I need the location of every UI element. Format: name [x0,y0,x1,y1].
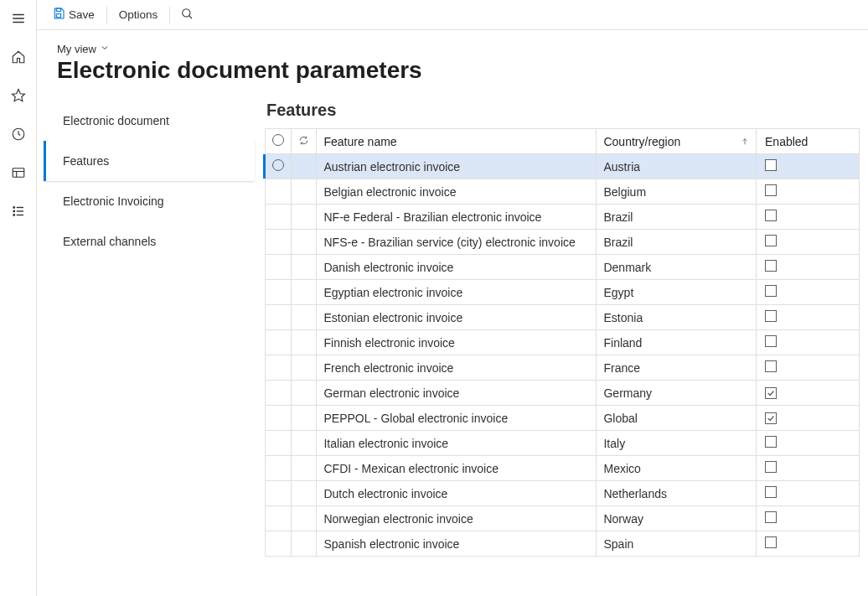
tab-external-channels[interactable]: External channels [44,221,255,262]
cell-feature-name[interactable]: German electronic invoice [317,381,597,406]
cell-feature-name[interactable]: Estonian electronic invoice [317,305,597,330]
cell-feature-name[interactable]: Dutch electronic invoice [317,481,597,506]
table-row[interactable]: NF-e Federal - Brazilian electronic invo… [266,205,860,230]
enabled-checkbox[interactable] [765,511,777,523]
row-select-cell[interactable] [266,154,292,179]
row-select-cell[interactable] [266,280,292,305]
cell-enabled[interactable] [757,481,860,506]
cell-feature-name[interactable]: CFDI - Mexican electronic invoice [317,456,597,481]
row-select-cell[interactable] [266,305,292,330]
cell-country-region[interactable]: Mexico [597,456,757,481]
cell-country-region[interactable]: Global [597,406,757,431]
cell-feature-name[interactable]: Italian electronic invoice [317,431,597,456]
cell-enabled[interactable] [757,255,860,280]
search-button[interactable] [175,3,199,26]
table-row[interactable]: Finnish electronic invoiceFinland [266,330,860,355]
row-select-cell[interactable] [266,230,292,255]
table-row[interactable]: French electronic invoiceFrance [266,355,860,381]
row-select-cell[interactable] [266,381,292,406]
table-row[interactable]: Austrian electronic invoiceAustria [266,154,860,179]
table-row[interactable]: Egyptian electronic invoiceEgypt [266,280,860,305]
recent-icon[interactable] [5,121,32,148]
table-row[interactable]: Danish electronic invoiceDenmark [266,255,860,280]
cell-feature-name[interactable]: Danish electronic invoice [317,255,597,280]
enabled-checkbox[interactable] [765,486,777,498]
cell-enabled[interactable] [757,355,860,381]
cell-enabled[interactable] [757,381,860,406]
table-row[interactable]: German electronic invoiceGermany [266,381,860,406]
col-feature-name[interactable]: Feature name [317,129,597,154]
cell-country-region[interactable]: Denmark [597,255,757,280]
cell-country-region[interactable]: Brazil [597,230,757,255]
cell-enabled[interactable] [757,431,860,456]
enabled-checkbox[interactable] [765,387,777,399]
cell-enabled[interactable] [757,205,860,230]
hamburger-icon[interactable] [5,5,32,32]
row-select-cell[interactable] [266,330,292,355]
enabled-checkbox[interactable] [765,412,777,424]
cell-country-region[interactable]: Spain [597,531,757,557]
star-icon[interactable] [5,82,32,109]
enabled-checkbox[interactable] [765,285,777,297]
cell-enabled[interactable] [757,330,860,355]
save-button[interactable]: Save [45,3,101,26]
enabled-checkbox[interactable] [765,260,777,272]
enabled-checkbox[interactable] [765,360,777,372]
table-row[interactable]: Italian electronic invoiceItaly [266,431,860,456]
tab-electronic-invoicing[interactable]: Electronic Invoicing [44,181,255,221]
cell-country-region[interactable]: Norway [597,506,757,531]
options-button[interactable]: Options [112,5,165,24]
row-select-cell[interactable] [266,456,292,481]
enabled-checkbox[interactable] [765,159,777,171]
table-row[interactable]: Belgian electronic invoiceBelgium [266,179,860,205]
row-select-cell[interactable] [266,179,292,205]
select-all-header[interactable] [266,129,292,154]
table-row[interactable]: Estonian electronic invoiceEstonia [266,305,860,330]
cell-country-region[interactable]: Belgium [597,179,757,205]
cell-feature-name[interactable]: NFS-e - Brazilian service (city) electro… [317,230,597,255]
enabled-checkbox[interactable] [765,536,777,548]
enabled-checkbox[interactable] [765,335,777,347]
view-selector[interactable]: My view [57,43,110,55]
table-row[interactable]: Spanish electronic invoiceSpain [266,531,860,557]
col-country-region[interactable]: Country/region [597,129,757,154]
workspaces-icon[interactable] [5,159,32,186]
table-row[interactable]: CFDI - Mexican electronic invoiceMexico [266,456,860,481]
cell-country-region[interactable]: Germany [597,381,757,406]
cell-feature-name[interactable]: Egyptian electronic invoice [317,280,597,305]
enabled-checkbox[interactable] [765,184,777,196]
row-select-cell[interactable] [266,255,292,280]
cell-enabled[interactable] [757,280,860,305]
cell-enabled[interactable] [757,506,860,531]
table-row[interactable]: NFS-e - Brazilian service (city) electro… [266,230,860,255]
row-select-cell[interactable] [266,205,292,230]
modules-icon[interactable] [5,198,32,225]
tab-electronic-document[interactable]: Electronic document [44,101,255,141]
enabled-checkbox[interactable] [765,436,777,448]
cell-enabled[interactable] [757,305,860,330]
col-enabled[interactable]: Enabled [757,129,860,154]
cell-country-region[interactable]: Egypt [597,280,757,305]
table-row[interactable]: Dutch electronic invoiceNetherlands [266,481,860,506]
row-select-cell[interactable] [266,406,292,431]
tab-features[interactable]: Features [44,141,255,181]
cell-enabled[interactable] [757,179,860,205]
cell-feature-name[interactable]: French electronic invoice [317,355,597,381]
cell-country-region[interactable]: Netherlands [597,481,757,506]
row-select-cell[interactable] [266,506,292,531]
cell-enabled[interactable] [757,406,860,431]
home-icon[interactable] [5,44,32,70]
cell-feature-name[interactable]: Spanish electronic invoice [317,531,597,557]
refresh-header[interactable] [291,129,317,154]
enabled-checkbox[interactable] [765,235,777,246]
enabled-checkbox[interactable] [765,310,777,322]
cell-feature-name[interactable]: Finnish electronic invoice [317,330,597,355]
row-select-cell[interactable] [266,431,292,456]
row-select-cell[interactable] [266,531,292,557]
row-select-cell[interactable] [266,481,292,506]
cell-enabled[interactable] [757,456,860,481]
cell-feature-name[interactable]: NF-e Federal - Brazilian electronic invo… [317,205,597,230]
enabled-checkbox[interactable] [765,461,777,473]
cell-enabled[interactable] [757,531,860,557]
cell-country-region[interactable]: Finland [597,330,757,355]
